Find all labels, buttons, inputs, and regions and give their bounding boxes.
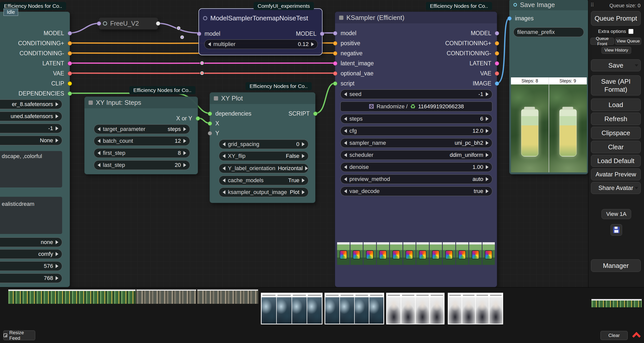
increment-icon[interactable] bbox=[486, 165, 489, 169]
collapse-icon[interactable] bbox=[513, 3, 517, 7]
preview-thumbnail[interactable] bbox=[482, 242, 495, 265]
preview-thumbnail[interactable] bbox=[430, 242, 442, 265]
feed-thumbnail[interactable] bbox=[262, 293, 276, 324]
input-slot-y[interactable] bbox=[208, 131, 212, 135]
widget-empty-latent-width[interactable]: 576 bbox=[0, 261, 62, 271]
feed-thumbnail[interactable] bbox=[307, 293, 322, 324]
decrement-icon[interactable] bbox=[344, 141, 347, 145]
input-slot-latent-image[interactable] bbox=[333, 61, 337, 66]
input-slot-model[interactable] bbox=[333, 31, 337, 35]
decrement-icon[interactable] bbox=[344, 92, 347, 96]
widget-target-parameter[interactable]: target_parametersteps bbox=[94, 124, 190, 134]
input-slot-script[interactable] bbox=[333, 81, 337, 86]
increment-icon[interactable] bbox=[302, 142, 305, 146]
widget-empty-latent-height[interactable]: 768 bbox=[0, 273, 62, 283]
queue-front-button[interactable]: Queue Front bbox=[590, 38, 614, 45]
output-slot-model[interactable] bbox=[320, 32, 324, 36]
increment-icon[interactable] bbox=[311, 42, 314, 46]
output-slot[interactable] bbox=[156, 21, 160, 26]
decrement-icon[interactable] bbox=[223, 166, 225, 170]
increment-icon[interactable] bbox=[56, 114, 58, 118]
decrement-icon[interactable] bbox=[98, 163, 100, 167]
node-save-image[interactable]: Save Image images filename_prefix Steps:… bbox=[509, 0, 588, 174]
negative-prompt-textarea[interactable]: ealisticdream bbox=[0, 197, 62, 234]
feed-image-panel[interactable] bbox=[386, 293, 445, 324]
increment-icon[interactable] bbox=[302, 190, 305, 194]
decrement-icon[interactable] bbox=[344, 153, 347, 157]
node-title[interactable]: Save Image bbox=[509, 0, 588, 10]
feed-thumbnail[interactable] bbox=[340, 293, 354, 324]
feed-thumbnail[interactable] bbox=[489, 293, 502, 324]
feed-thumbnail[interactable] bbox=[277, 293, 291, 324]
input-slot[interactable] bbox=[97, 21, 101, 26]
input-slot-x[interactable] bbox=[208, 121, 212, 126]
decrement-icon[interactable] bbox=[223, 190, 225, 194]
feed-thumbnail-strip[interactable] bbox=[591, 299, 642, 307]
feed-thumbnail[interactable] bbox=[387, 293, 401, 324]
input-slot-model[interactable] bbox=[197, 32, 201, 36]
widget-first-step[interactable]: first_step8 bbox=[94, 148, 190, 158]
increment-icon[interactable] bbox=[486, 117, 489, 121]
increment-icon[interactable] bbox=[56, 264, 58, 268]
output-slot-clip[interactable] bbox=[68, 81, 72, 86]
decrement-icon[interactable] bbox=[223, 154, 225, 158]
output-slot-model[interactable] bbox=[68, 31, 72, 35]
clipspace-button[interactable]: Clipspace bbox=[591, 127, 641, 139]
widget-grid-spacing[interactable]: grid_spacing0 bbox=[219, 139, 308, 149]
extra-options-checkbox[interactable] bbox=[628, 29, 633, 34]
output-slot-script[interactable] bbox=[313, 112, 317, 116]
node-tonemap[interactable]: ModelSamplerTonemapNoiseTest model MODEL… bbox=[198, 8, 323, 55]
preview-thumbnail[interactable] bbox=[337, 242, 350, 265]
feed-thumbnail[interactable] bbox=[325, 293, 339, 324]
preview-thumbnail[interactable] bbox=[403, 242, 416, 265]
node-title[interactable]: KSampler (Efficient) bbox=[335, 12, 497, 23]
dropdown-caret-icon[interactable] bbox=[635, 64, 638, 67]
output-slot-conditioning-minus[interactable] bbox=[68, 51, 72, 56]
collapse-icon[interactable] bbox=[339, 16, 343, 20]
decrement-icon[interactable] bbox=[344, 177, 347, 181]
collapse-icon[interactable] bbox=[103, 21, 107, 26]
decrement-icon[interactable] bbox=[98, 139, 100, 143]
preview-thumbnail[interactable] bbox=[469, 242, 482, 265]
node-xy-input-steps[interactable]: XY Input: Steps X or Y target_parameters… bbox=[84, 96, 198, 174]
increment-icon[interactable] bbox=[183, 127, 186, 131]
output-slot-vae[interactable] bbox=[495, 71, 499, 76]
widget-y-label-orientation[interactable]: Y_label_orientationHorizontal bbox=[219, 164, 308, 173]
feed-thumbnail[interactable] bbox=[355, 293, 369, 324]
widget-seed[interactable]: seed-1 bbox=[340, 89, 492, 99]
widget-randomize-seed[interactable]: ⚄ Randomize / ♻ 116499192066238 bbox=[340, 102, 492, 112]
output-slot-vae[interactable] bbox=[68, 71, 72, 76]
widget-denoise[interactable]: denoise1.00 bbox=[340, 162, 492, 172]
feed-thumbnail-strip[interactable] bbox=[197, 289, 258, 304]
feed-thumbnail[interactable] bbox=[369, 293, 383, 324]
widget-cfg[interactable]: cfg12.0 bbox=[340, 126, 492, 136]
node-title[interactable]: FreeU_V2 bbox=[99, 18, 158, 29]
increment-icon[interactable] bbox=[56, 138, 58, 142]
input-slot-images[interactable] bbox=[507, 16, 512, 21]
increment-icon[interactable] bbox=[56, 126, 58, 130]
widget-lora-name[interactable]: None bbox=[0, 136, 62, 145]
widget-vae-name[interactable]: uned.safetensors bbox=[0, 112, 62, 121]
save-workflow-button[interactable] bbox=[611, 224, 622, 236]
decrement-icon[interactable] bbox=[344, 165, 347, 169]
output-slot-image[interactable] bbox=[495, 81, 499, 86]
collapse-icon[interactable] bbox=[203, 16, 207, 20]
input-slot-positive[interactable] bbox=[333, 41, 337, 45]
increment-icon[interactable] bbox=[56, 252, 58, 256]
feed-thumbnail[interactable] bbox=[462, 293, 475, 324]
node-xy-plot[interactable]: XY Plot dependencies SCRIPT X Y grid_spa… bbox=[210, 92, 315, 203]
feed-image-panel[interactable] bbox=[325, 293, 384, 324]
dropdown-caret-icon[interactable] bbox=[635, 187, 638, 189]
increment-icon[interactable] bbox=[56, 240, 58, 244]
widget-sampler-name[interactable]: sampler_nameuni_pc_bh2 bbox=[340, 138, 492, 148]
feed-thumbnail[interactable] bbox=[416, 293, 429, 324]
preview-thumbnail[interactable] bbox=[377, 242, 389, 265]
widget-ksampler-output-image[interactable]: ksampler_output_imagePlot bbox=[219, 187, 308, 197]
collapse-feed-icon[interactable] bbox=[632, 332, 641, 340]
decrement-icon[interactable] bbox=[223, 178, 225, 182]
widget-batch-count[interactable]: batch_count12 bbox=[94, 136, 190, 146]
decrement-icon[interactable] bbox=[98, 127, 100, 131]
manager-button[interactable]: Manager bbox=[591, 259, 641, 272]
save-api-format-button[interactable]: Save (API Format) bbox=[591, 75, 641, 95]
increment-icon[interactable] bbox=[486, 177, 489, 181]
